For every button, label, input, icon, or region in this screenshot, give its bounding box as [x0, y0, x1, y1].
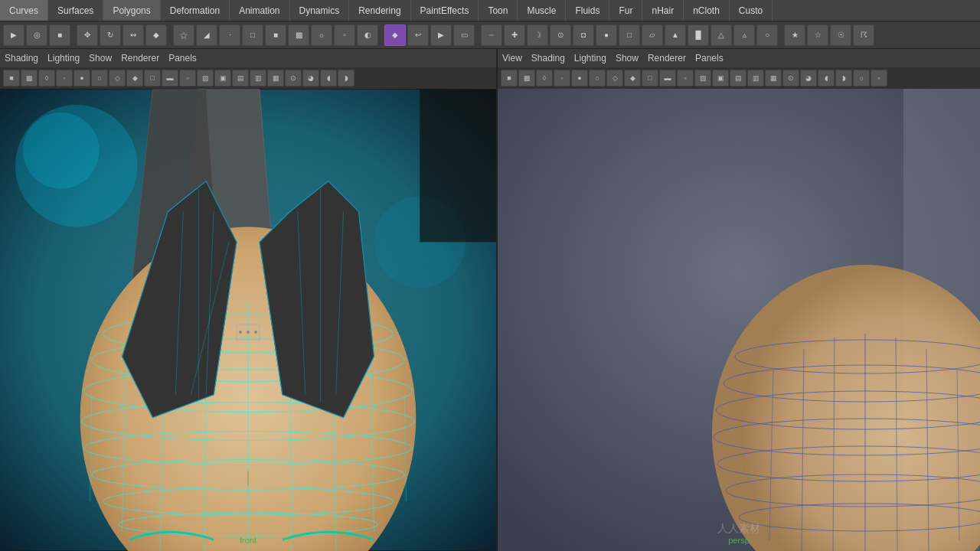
left-vt-16[interactable]: ▦: [267, 70, 284, 86]
grid-btn[interactable]: ⎓: [481, 24, 502, 46]
right-panels-menu[interactable]: Panels: [695, 53, 724, 64]
left-vt-3[interactable]: ◊: [38, 70, 55, 86]
magnet-btn[interactable]: ●: [596, 24, 617, 46]
left-vt-8[interactable]: ◆: [126, 70, 143, 86]
right-renderer-menu[interactable]: Renderer: [648, 53, 686, 64]
special-tool[interactable]: ◆: [384, 24, 406, 46]
x-ray-btn[interactable]: ◐: [357, 24, 378, 46]
menu-curves[interactable]: Curves: [0, 0, 48, 21]
right-vt-2[interactable]: ▩: [518, 70, 535, 86]
menu-toon[interactable]: Toon: [479, 0, 518, 21]
menu-nhair[interactable]: nHair: [642, 0, 684, 21]
fill-btn[interactable]: █: [688, 24, 709, 46]
left-show-menu[interactable]: Show: [89, 53, 112, 64]
left-vt-15[interactable]: ▥: [250, 70, 266, 86]
right-vt-13[interactable]: ▣: [712, 70, 729, 86]
render2-btn[interactable]: ☆: [807, 24, 828, 46]
left-renderer-menu[interactable]: Renderer: [121, 53, 159, 64]
viewport-right[interactable]: View Shading Lighting Show Renderer Pane…: [498, 49, 980, 551]
shading-btn[interactable]: ■: [265, 24, 286, 46]
right-viewport-canvas[interactable]: [498, 89, 980, 551]
left-vt-4[interactable]: ◦: [56, 70, 73, 86]
menu-fur[interactable]: Fur: [609, 0, 642, 21]
left-vt-13[interactable]: ▣: [214, 70, 231, 86]
pivot-btn[interactable]: ⊙: [550, 24, 571, 46]
right-vt-22[interactable]: ▫: [871, 70, 887, 86]
left-panels-menu[interactable]: Panels: [168, 53, 197, 64]
soft-select[interactable]: ◢: [196, 24, 217, 46]
wireframe-btn[interactable]: □: [242, 24, 263, 46]
rotate-tool[interactable]: ↻: [100, 24, 121, 46]
history-btn[interactable]: ↩: [407, 24, 429, 46]
scale-tool[interactable]: ↭: [122, 24, 144, 46]
shadows-btn[interactable]: ▫: [334, 24, 355, 46]
right-vt-8[interactable]: ◆: [624, 70, 641, 86]
left-vt-7[interactable]: ◇: [109, 70, 126, 86]
right-vt-21[interactable]: ☼: [853, 70, 870, 86]
menu-dynamics[interactable]: Dynamics: [290, 0, 350, 21]
menu-polygons[interactable]: Polygons: [103, 0, 160, 21]
right-vt-15[interactable]: ▥: [747, 70, 764, 86]
right-vt-16[interactable]: ▦: [765, 70, 782, 86]
select-tool[interactable]: ▶: [3, 24, 24, 46]
right-vt-3[interactable]: ◊: [536, 70, 553, 86]
render3-btn[interactable]: ☉: [830, 24, 851, 46]
right-vt-5[interactable]: ●: [571, 70, 588, 86]
left-vt-10[interactable]: ▬: [162, 70, 178, 86]
right-show-menu[interactable]: Show: [616, 53, 639, 64]
menu-painteffects[interactable]: PaintEffects: [411, 0, 479, 21]
left-vt-2[interactable]: ▩: [21, 70, 38, 86]
left-shading-menu[interactable]: Shading: [5, 53, 38, 64]
menu-ncloth[interactable]: nCloth: [684, 0, 730, 21]
menu-muscle[interactable]: Muscle: [518, 0, 566, 21]
menu-rendering[interactable]: Rendering: [349, 0, 410, 21]
right-vt-19[interactable]: ◖: [818, 70, 835, 86]
right-vt-18[interactable]: ◕: [800, 70, 817, 86]
left-vt-11[interactable]: ▫: [179, 70, 196, 86]
orient-btn[interactable]: ☽: [527, 24, 548, 46]
right-vt-12[interactable]: ▨: [694, 70, 711, 86]
menu-deformation[interactable]: Deformation: [161, 0, 230, 21]
left-vt-18[interactable]: ◕: [302, 70, 319, 86]
weld-btn[interactable]: △: [710, 24, 732, 46]
render4-btn[interactable]: ☈: [853, 24, 874, 46]
component-mode[interactable]: ⋅: [219, 24, 240, 46]
left-vt-9[interactable]: □: [144, 70, 161, 86]
snap-tool[interactable]: ⚝: [173, 24, 194, 46]
right-view-menu[interactable]: View: [502, 53, 522, 64]
bevel-btn[interactable]: ▱: [642, 24, 663, 46]
left-vt-14[interactable]: ▤: [232, 70, 249, 86]
right-lighting-menu[interactable]: Lighting: [574, 53, 606, 64]
left-vt-12[interactable]: ▨: [197, 70, 214, 86]
menu-animation[interactable]: Animation: [230, 0, 289, 21]
left-vt-6[interactable]: ○: [91, 70, 108, 86]
viewport-left[interactable]: Shading Lighting Show Renderer Panels ■ …: [0, 49, 498, 551]
snap2-btn[interactable]: ◘: [573, 24, 594, 46]
right-vt-20[interactable]: ◗: [835, 70, 852, 86]
light-btn[interactable]: ☼: [311, 24, 332, 46]
universal-tool[interactable]: ◆: [145, 24, 167, 46]
right-vt-17[interactable]: ⊙: [782, 70, 799, 86]
render-btn[interactable]: ★: [784, 24, 805, 46]
extrude-btn[interactable]: ▲: [665, 24, 686, 46]
right-vt-7[interactable]: ◇: [606, 70, 623, 86]
left-vt-20[interactable]: ◗: [338, 70, 354, 86]
left-viewport-canvas[interactable]: [0, 89, 496, 551]
right-vt-1[interactable]: ■: [501, 70, 518, 86]
right-vt-11[interactable]: ▫: [677, 70, 694, 86]
axis-btn[interactable]: ✚: [504, 24, 525, 46]
frame-btn[interactable]: ▭: [453, 24, 475, 46]
right-vt-10[interactable]: ▬: [659, 70, 676, 86]
split-btn[interactable]: ▵: [733, 24, 755, 46]
menu-custo[interactable]: Custo: [730, 0, 773, 21]
left-vt-19[interactable]: ◖: [320, 70, 337, 86]
loop-btn[interactable]: ○: [756, 24, 778, 46]
menu-fluids[interactable]: Fluids: [566, 0, 609, 21]
crease-btn[interactable]: □: [619, 24, 640, 46]
right-shading-menu[interactable]: Shading: [531, 53, 565, 64]
right-vt-6[interactable]: ○: [589, 70, 606, 86]
right-vt-4[interactable]: ◦: [554, 70, 570, 86]
move-tool[interactable]: ✥: [77, 24, 98, 46]
left-lighting-menu[interactable]: Lighting: [47, 53, 80, 64]
left-vt-17[interactable]: ⊙: [285, 70, 302, 86]
